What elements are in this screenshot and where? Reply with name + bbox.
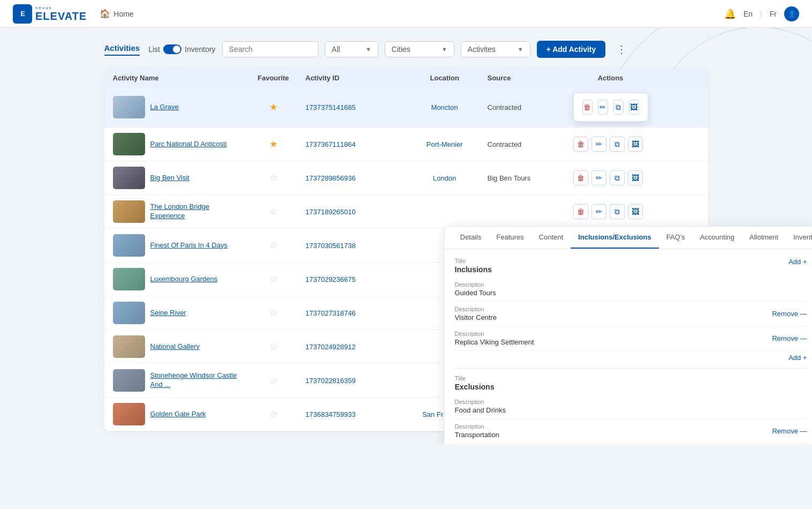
- activity-id: 1737029236675: [306, 275, 356, 283]
- exclusion-item-1: Description Food and Drinks: [455, 394, 807, 419]
- copy-icon[interactable]: ⧉: [613, 100, 624, 115]
- activity-cell: Finest Of Paris In 4 Days: [113, 234, 241, 257]
- favourite-star[interactable]: ☆: [269, 409, 278, 420]
- action-icons: 🗑 ✏ ⧉ 🖼: [573, 204, 648, 219]
- exclusion-desc-value-1: Food and Drinks: [455, 406, 506, 414]
- tab-features[interactable]: Features: [489, 227, 531, 249]
- image-icon[interactable]: 🖼: [628, 137, 643, 152]
- favourite-star[interactable]: ☆: [269, 375, 278, 386]
- tab-activities[interactable]: Activities: [104, 43, 140, 56]
- home-nav[interactable]: 🏠 Home: [100, 9, 133, 19]
- toolbar: Activities List Inventory All ▼ Cities ▼…: [104, 41, 708, 58]
- activity-name-link[interactable]: Finest Of Paris In 4 Days: [150, 241, 228, 250]
- lang-en[interactable]: En: [743, 10, 753, 18]
- activities-filter-chevron: ▼: [518, 46, 523, 53]
- tab-inclusions-exclusions[interactable]: Inclusions/Exclusions: [571, 227, 659, 249]
- activity-cell: Big Ben Visit: [113, 167, 241, 189]
- image-icon[interactable]: 🖼: [629, 100, 639, 115]
- activity-id: 1737289856936: [306, 174, 356, 182]
- activity-name-link[interactable]: National Gallery: [150, 342, 200, 351]
- cities-filter-dropdown[interactable]: Cities ▼: [385, 41, 454, 57]
- favourite-star[interactable]: ☆: [269, 308, 278, 318]
- favourite-star[interactable]: ★: [269, 139, 278, 149]
- activities-filter-dropdown[interactable]: Activites ▼: [461, 41, 530, 57]
- activity-location[interactable]: Moncton: [431, 103, 458, 111]
- activity-cell: La Grave: [113, 96, 241, 118]
- delete-icon[interactable]: 🗑: [573, 137, 588, 152]
- avatar-icon-person: 👤: [788, 10, 796, 18]
- tab-content[interactable]: Content: [532, 227, 571, 249]
- activity-name-link[interactable]: Luxembourg Gardens: [150, 275, 218, 284]
- table-row: The London Bridge Experience ☆ 173718926…: [104, 195, 708, 229]
- favourite-star[interactable]: ☆: [269, 341, 278, 352]
- activity-name-link[interactable]: Seine River: [150, 309, 186, 318]
- exclusion-desc-label-1: Description: [455, 399, 506, 405]
- favourite-star[interactable]: ☆: [269, 206, 278, 217]
- activity-location[interactable]: London: [433, 174, 456, 182]
- inclusion-remove-3[interactable]: Remove —: [772, 334, 807, 342]
- header-right: 🔔 En | Fr 👤: [724, 6, 799, 21]
- favourite-star[interactable]: ☆: [269, 173, 278, 183]
- delete-icon[interactable]: 🗑: [582, 100, 593, 115]
- activity-name-link[interactable]: The London Bridge Experience: [150, 203, 241, 221]
- delete-icon[interactable]: 🗑: [573, 170, 588, 185]
- tab-details[interactable]: Details: [453, 227, 489, 249]
- activity-name-link[interactable]: Stonehenge Windsor Castle And ...: [150, 371, 241, 390]
- image-icon[interactable]: 🖼: [628, 170, 643, 185]
- edit-icon[interactable]: ✏: [591, 204, 606, 219]
- activity-id: 1737022816359: [306, 377, 356, 385]
- activity-name-link[interactable]: La Grave: [150, 103, 179, 112]
- lang-fr[interactable]: Fr: [770, 10, 777, 18]
- search-input[interactable]: [229, 45, 312, 54]
- activity-name-link[interactable]: Golden Gate Park: [150, 410, 206, 419]
- home-label: Home: [113, 10, 133, 18]
- exclusion-desc-value-2: Transportation: [455, 431, 499, 439]
- logo-text-block: nexus ELEVATE: [35, 5, 87, 23]
- bell-icon[interactable]: 🔔: [724, 8, 736, 20]
- exclusions-title-value: Exclusions: [455, 383, 495, 391]
- tab-faqs[interactable]: FAQ's: [659, 227, 693, 249]
- search-box[interactable]: [222, 41, 318, 57]
- exclusion-desc-label-2: Description: [455, 423, 499, 430]
- more-options-button[interactable]: ⋮: [612, 41, 631, 58]
- activity-source: Big Ben Tours: [488, 174, 531, 182]
- exclusion-item-2: Description Transportation Remove —: [455, 419, 807, 444]
- favourite-star[interactable]: ☆: [269, 240, 278, 251]
- activity-name-link[interactable]: Parc National D Anticosti: [150, 140, 227, 149]
- activity-cell: National Gallery: [113, 335, 241, 358]
- inclusion-remove-2[interactable]: Remove —: [772, 310, 807, 318]
- copy-icon[interactable]: ⧉: [610, 170, 625, 185]
- user-avatar[interactable]: 👤: [784, 6, 799, 21]
- delete-icon[interactable]: 🗑: [573, 204, 588, 219]
- activity-name-link[interactable]: Big Ben Visit: [150, 174, 189, 183]
- exclusion-remove-2[interactable]: Remove —: [772, 427, 807, 435]
- activity-image: [113, 234, 145, 257]
- add-activity-button[interactable]: + Add Activity: [537, 41, 606, 58]
- copy-icon[interactable]: ⧉: [610, 204, 625, 219]
- list-inventory-toggle[interactable]: List Inventory: [148, 44, 215, 54]
- all-filter-dropdown[interactable]: All ▼: [325, 41, 378, 57]
- toggle-switch[interactable]: [163, 44, 181, 54]
- edit-icon[interactable]: ✏: [598, 100, 608, 115]
- inclusion-desc-label-2: Description: [455, 306, 497, 312]
- inclusions-add-link[interactable]: Add +: [788, 258, 807, 266]
- action-icons: 🗑 ✏ ⧉ 🖼: [573, 170, 648, 185]
- image-icon[interactable]: 🖼: [628, 204, 643, 219]
- tab-accounting[interactable]: Accounting: [693, 227, 742, 249]
- inclusion-desc-value-3: Replica Viking Settlement: [455, 338, 534, 346]
- edit-icon[interactable]: ✏: [591, 170, 606, 185]
- tab-inventory[interactable]: Inventory: [786, 227, 812, 249]
- activity-image: [113, 96, 145, 118]
- copy-icon[interactable]: ⧉: [610, 137, 625, 152]
- list-label: List: [148, 45, 160, 54]
- edit-icon[interactable]: ✏: [591, 137, 606, 152]
- cities-filter-label: Cities: [392, 45, 411, 54]
- activity-image: [113, 200, 145, 223]
- inclusions-add-link-2[interactable]: Add +: [788, 354, 807, 362]
- favourite-star[interactable]: ☆: [269, 274, 278, 285]
- tab-allotment[interactable]: Allotment: [742, 227, 786, 249]
- inclusions-title-block: Title Inclusions: [455, 258, 492, 274]
- activity-location[interactable]: Port-Menier: [427, 140, 463, 148]
- favourite-star[interactable]: ★: [269, 102, 278, 113]
- inclusions-title-value: Inclusions: [455, 265, 492, 274]
